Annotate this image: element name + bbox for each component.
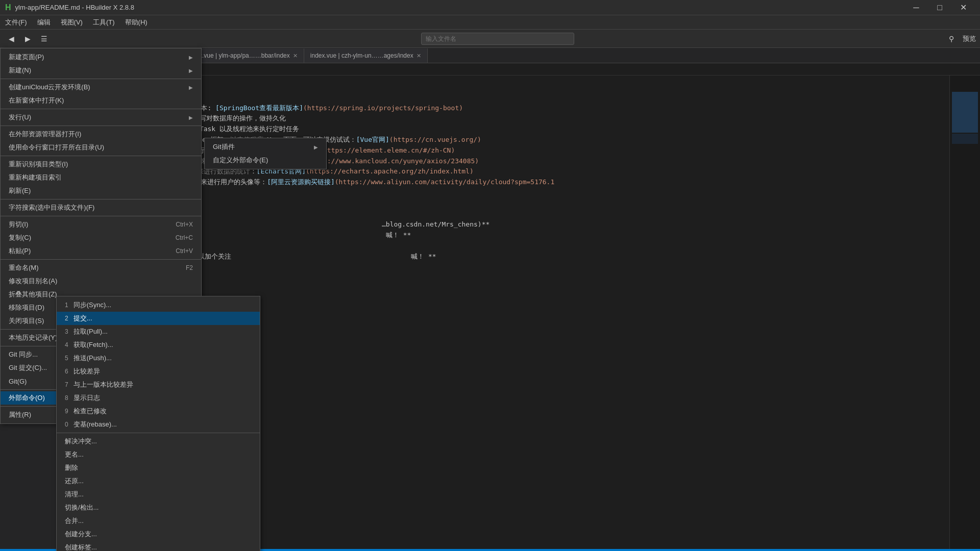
menu-edit[interactable]: 编辑 [32,15,56,30]
ctx-custom-command[interactable]: 自定义外部命令(E) [205,154,326,167]
context-menu-git: 1 同步(Sync)... 2 提交... 3 拉取(Pull)... 4 获取… [56,296,260,551]
submenu-arrow-icon: ▶ [189,85,193,90]
toolbar-back[interactable]: ◀ [4,32,18,46]
ctx-git-plugin[interactable]: Git插件 ▶ [205,140,326,154]
ctx-git-fetch[interactable]: 4 获取(Fetch)... [57,338,260,352]
tab-index2-label: index.vue | czh-ylm-un……ages/index [310,52,413,59]
ctx-open-terminal[interactable]: 使用命令行窗口打开所在目录(U) [1,141,201,154]
ctx-git-commit-item[interactable]: 2 提交... [57,312,260,325]
ctx-git-rename[interactable]: 更名... [57,448,260,461]
preview-label[interactable]: 预览 [963,34,976,43]
ctx-separator [1,126,201,126]
ctx-rename[interactable]: 重命名(M) F2 [1,261,201,274]
shortcut-label: F2 [186,264,193,271]
editor-line: 使用阿里云的OSS对象存储来进行用户的头像等：[阿里云资源购买链接](https… [92,177,949,188]
editor-line: > 🌸作者</h2> [92,209,949,220]
ctx-rebuild-index[interactable]: 重新构建项目索引 [1,171,201,184]
ctx-cut[interactable]: 剪切(I) Ctrl+X [1,218,201,231]
menu-tools[interactable]: 工具(T) [88,15,120,30]
tab-index1-close[interactable]: ✕ [293,53,298,59]
editor-line: 65 - **喜欢博主的小伙伴可以加个关注 喊！ ** [92,252,949,262]
tab-index1-label: index.vue | ylm-app/pa……bbar/index [187,52,290,59]
ctx-paste[interactable]: 粘贴(P) Ctrl+V [1,244,201,258]
submenu-arrow-icon: ▶ [189,68,193,73]
ctx-open-external[interactable]: 在外部资源管理器打开(I) [1,128,201,141]
ctx-git-check[interactable]: 9 检查已修改 [57,405,260,418]
titlebar-title: ylm-app/README.md - HBuilder X 2.8.8 [15,4,134,11]
ctx-separator [1,216,201,216]
ctx-git-push[interactable]: 5 推送(Push)... [57,352,260,365]
ctx-copy[interactable]: 复制(C) Ctrl+C [1,231,201,244]
menubar: 文件(F) 编辑 视图(V) 工具(T) 帮助(H) [0,15,980,30]
ctx-separator [1,109,201,109]
ctx-reidentify[interactable]: 重新识别项目类型(I) [1,158,201,171]
submenu-arrow-icon: ▶ [189,55,193,60]
ctx-git-clean[interactable]: 清理... [57,488,260,501]
editor-line: 彩博文请看这里：[博… …blog.csdn.net/Mrs_chens)** [92,219,949,230]
ctx-git-log[interactable]: 8 显示日志 [57,391,260,405]
menu-view[interactable]: 视图(V) [56,15,88,30]
editor-line: 64 [92,241,949,252]
tab-index2[interactable]: index.vue | czh-ylm-un……ages/index ✕ [304,48,428,63]
shortcut-label: Ctrl+V [176,247,193,255]
ctx-separator [1,79,201,79]
ctx-unicloud[interactable]: 创建uniCloud云开发环境(B) ▶ [1,81,201,94]
ctx-git-branch[interactable]: 创建分支... [57,528,260,541]
ctx-separator [57,433,260,433]
context-menu-external: Git插件 ▶ 自定义外部命令(E) [204,138,327,169]
editor-line: | SpringBoot 的最新版本: [SpringBoot查看最新版本](h… [92,103,949,114]
toolbar: ◀ ▶ ☰ ⚲ 预览 [0,30,980,48]
close-button[interactable]: ✕ [951,0,975,15]
editor-line: > 🚀技术栈</h2> [92,92,949,103]
maximize-button[interactable]: □ [928,0,951,15]
editor-line: 小伙伴可以加个关注 喊！ ** [92,230,949,241]
ctx-alias[interactable]: 修改项目别名(A) [1,274,201,288]
ctx-git-delete[interactable]: 删除 [57,461,260,474]
editor-line: k | 使用 SpringBoot Task 以及线程池来执行定时任务 [92,124,949,135]
menu-file[interactable]: 文件(F) [0,15,32,30]
toolbar-collapse[interactable]: ☰ [37,32,51,46]
ctx-git-diff[interactable]: 6 比较差异 [57,365,260,378]
ctx-search[interactable]: 字符搜索(选中目录或文件)(F) [1,201,201,214]
minimize-button[interactable]: ─ [904,0,928,15]
ctx-refresh[interactable]: 刷新(E) [1,184,201,197]
ctx-git-diff-prev[interactable]: 7 与上一版本比较差异 [57,378,260,391]
editor-line: 多端的手机ui [92,188,949,198]
editor-line: 到再写... [92,198,949,209]
minimap-content [950,76,980,145]
ctx-git-tag[interactable]: 创建标签... [57,541,260,551]
ctx-separator [1,156,201,156]
ctx-new[interactable]: 新建(N) ▶ [1,64,201,77]
menu-help[interactable]: 帮助(H) [120,15,153,30]
titlebar-left: H ylm-app/README.md - HBuilder X 2.8.8 [5,3,134,12]
ctx-git-resolve[interactable]: 解决冲突... [57,435,260,448]
filter-icon[interactable]: ⚲ [944,32,959,46]
submenu-arrow-icon: ▶ [189,115,193,120]
ctx-git-pull[interactable]: 3 拉取(Pull)... [57,325,260,338]
ctx-git-merge[interactable]: 合并... [57,514,260,528]
titlebar: H ylm-app/README.md - HBuilder X 2.8.8 ─… [0,0,980,15]
ctx-publish[interactable]: 发行(U) ▶ [1,111,201,124]
titlebar-controls: ─ □ ✕ [904,0,975,15]
tab-index2-close[interactable]: ✕ [416,53,421,59]
editor-line: 更新框架技术等 [92,82,949,92]
ctx-git-sync-item[interactable]: 1 同步(Sync)... [57,298,260,312]
ctx-new-page[interactable]: 新建页面(P) ▶ [1,51,201,64]
toolbar-forward[interactable]: ▶ [20,32,35,46]
ctx-open-new-window[interactable]: 在新窗体中打开(K) [1,94,201,107]
minimap [949,76,980,549]
app-icon: H [5,3,11,12]
ctx-separator [1,199,201,199]
shortcut-label: Ctrl+C [176,234,193,241]
ctx-git-checkout[interactable]: 切换/检出... [57,501,260,514]
search-input[interactable] [421,33,574,45]
shortcut-label: Ctrl+X [176,221,193,228]
submenu-arrow-icon: ▶ [314,144,318,150]
ctx-separator [1,259,201,260]
ctx-git-revert[interactable]: 还原... [57,474,260,488]
ctx-git-rebase[interactable]: 0 变基(rebase)... [57,418,260,431]
editor-line: | SpringDataJpa 来编写对数据库的操作，做持久化 [92,113,949,124]
